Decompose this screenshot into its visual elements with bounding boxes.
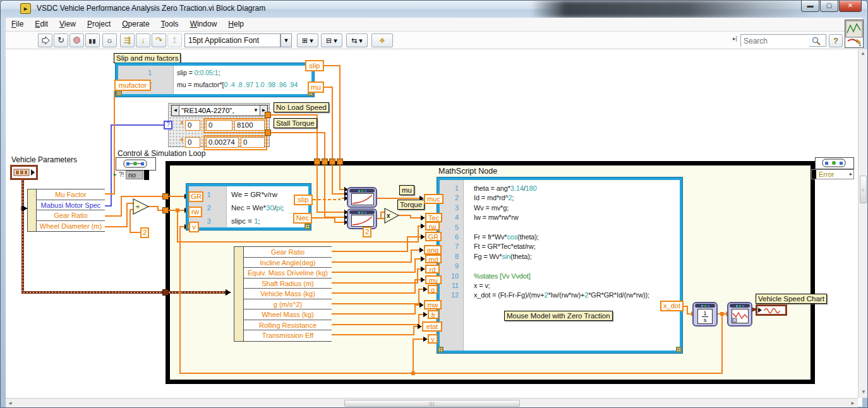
unbundle-field[interactable]: Rolling Resistance: [244, 320, 332, 331]
search-input[interactable]: [741, 35, 809, 47]
ms-input-mw[interactable]: mw: [424, 300, 442, 309]
scroll-left-arrow[interactable]: ◄: [8, 400, 13, 406]
no-load-speed-value-2[interactable]: 8100: [234, 120, 265, 131]
unbundle-field[interactable]: Shaft Radius (m): [244, 279, 332, 289]
ms-output-xdot[interactable]: x_dot: [660, 301, 684, 311]
tunnel-stall-torque[interactable]: [322, 159, 328, 165]
vehicle-parameters-label[interactable]: Vehicle Parameters: [11, 155, 77, 164]
tunnel-mu[interactable]: [329, 159, 335, 165]
slip-mu-label[interactable]: Slip and mu factors: [114, 53, 181, 63]
menu-tools[interactable]: Tools: [155, 18, 184, 32]
mathscript-node[interactable]: theta = ang*3.14/180Id = md*rd^2;Wv = mv…: [437, 177, 682, 353]
menu-edit[interactable]: Edit: [29, 18, 54, 32]
unbundle-field[interactable]: Equiv. Mass Driveline (kg): [244, 268, 332, 279]
unbundle-field[interactable]: Transmission Eff: [244, 330, 332, 341]
tunnel-vehicle-parameters[interactable]: [162, 289, 169, 296]
array-index-2[interactable]: 0: [185, 137, 200, 148]
no-load-speed-value-1[interactable]: 0: [206, 120, 232, 131]
vertical-scroll-thumb[interactable]: ≡: [860, 176, 867, 203]
ms-input-ang[interactable]: ang: [424, 245, 442, 255]
ring-dropdown-arrow[interactable]: ▼: [253, 105, 260, 116]
torque-lookup-node[interactable]: [347, 208, 377, 229]
clean-up-diagram-button[interactable]: ❖: [371, 33, 393, 47]
tunnel-rw[interactable]: [162, 207, 169, 213]
horizontal-scroll-thumb[interactable]: |||: [344, 400, 520, 407]
mu-free-label[interactable]: mu: [399, 185, 414, 195]
ms-input-rd[interactable]: rd: [425, 265, 440, 273]
torque-free-label[interactable]: Torque: [397, 200, 425, 210]
unbundle-field[interactable]: Gear Ratio: [37, 210, 105, 221]
slip-output-label[interactable]: slip: [305, 60, 324, 71]
abort-button[interactable]: [69, 33, 84, 47]
divide-constant-2[interactable]: 2: [140, 227, 149, 238]
tunnel-no-load-speed[interactable]: [314, 159, 320, 165]
ring-value[interactable]: "RE140A-2270", Default: [179, 105, 253, 116]
font-selector-arrow[interactable]: ▼: [280, 33, 292, 47]
align-objects-button[interactable]: ⊞ ▾: [297, 33, 318, 47]
ms-input-g[interactable]: g: [428, 285, 438, 294]
loop-title[interactable]: Control & Simulation Loop: [118, 149, 205, 158]
vertical-scrollbar[interactable]: ▲ ≡ ▼: [858, 49, 867, 398]
formula-input-v[interactable]: v: [189, 222, 199, 232]
scroll-up-arrow[interactable]: ▲: [859, 51, 867, 56]
search-expand-handle[interactable]: ▸|: [733, 35, 737, 42]
resize-objects-button[interactable]: ⇆ ▾: [346, 33, 368, 47]
formula-output-nec[interactable]: Nec: [293, 213, 312, 224]
ms-input-v[interactable]: v: [428, 334, 438, 344]
unbundle-field[interactable]: Vehicle Mass (kg): [244, 289, 332, 299]
integrator-node[interactable]: 1 s: [692, 302, 718, 327]
unbundle-field[interactable]: g (m/s^2): [244, 299, 332, 310]
scroll-right-arrow[interactable]: ►: [850, 400, 855, 406]
unbundle-field[interactable]: Incline Angle(deg): [244, 258, 332, 268]
stall-torque-value-2[interactable]: 0: [241, 137, 265, 148]
pause-button[interactable]: ▮▮: [85, 33, 100, 47]
slip-mu-code[interactable]: slip = 0:0.05:1;mu = mufactor*[0 .4 .8 .…: [177, 67, 311, 91]
close-button[interactable]: ✕: [839, 1, 862, 12]
step-out-button[interactable]: ↥: [167, 33, 182, 47]
mathscript-title[interactable]: MathScript Node: [438, 167, 497, 176]
array-index-spinner[interactable]: ▲▼: [180, 137, 184, 142]
loop-input-node-icon[interactable]: [116, 157, 156, 171]
formula-script-node[interactable]: We = GR*v/rwNec = We*30/pi;slipc = 1;: [186, 184, 311, 230]
mathscript-code[interactable]: theta = ang*3.14/180Id = md*rd^2;Wv = mv…: [474, 184, 680, 301]
divide-node[interactable]: ÷: [133, 198, 150, 215]
ms-input-gr[interactable]: GR: [425, 232, 442, 241]
highlight-execution-button[interactable]: ☼: [102, 33, 117, 47]
ms-input-tec[interactable]: Tec: [425, 213, 442, 222]
menu-project[interactable]: Project: [81, 18, 116, 32]
stall-torque-label[interactable]: Stall Torque: [274, 118, 317, 128]
stall-torque-value-1[interactable]: 0.00274: [206, 137, 239, 148]
unbundle-field[interactable]: Wheel Diameter (m): [37, 221, 105, 232]
multiply-node[interactable]: x: [384, 208, 401, 224]
loop-input-node[interactable]: ▸ ?! no: [114, 171, 162, 180]
tunnel-slip[interactable]: [337, 159, 343, 165]
horizontal-scrollbar[interactable]: ◄ ||| ►: [6, 398, 858, 407]
menu-help[interactable]: Help: [222, 18, 250, 32]
menu-view[interactable]: View: [54, 18, 81, 32]
step-over-button[interactable]: ↷: [152, 33, 166, 47]
mouse-model-label[interactable]: Mouse Model with Zero Traction: [504, 311, 613, 321]
array-index-1[interactable]: 0: [185, 120, 200, 131]
no-load-speed-label[interactable]: No Load Speed: [274, 102, 329, 112]
unbundle-field[interactable]: Gear Ratio: [244, 247, 332, 258]
step-into-button[interactable]: ↓: [136, 33, 150, 47]
minimize-button[interactable]: ▬: [801, 1, 819, 12]
menu-file[interactable]: File: [6, 18, 29, 32]
ms-input-etat[interactable]: etat: [422, 321, 442, 332]
mu-output-label[interactable]: mu: [308, 81, 324, 93]
ring-left-arrow[interactable]: ◄: [172, 105, 179, 116]
sim-chart-node[interactable]: [727, 302, 752, 327]
vehicle-speed-chart-label[interactable]: Vehicle Speed Chart: [756, 294, 827, 304]
unbundle-field[interactable]: Mabusi Motor Spec: [37, 200, 105, 211]
tunnel-gear-ratio[interactable]: [162, 193, 169, 200]
retain-wire-values-button[interactable]: ⇶: [120, 33, 135, 47]
unbundle-field[interactable]: Wheel Mass (kg): [244, 309, 332, 320]
run-continuous-button[interactable]: ↻: [54, 33, 68, 47]
formula-output-slip[interactable]: slip: [294, 195, 313, 205]
vehicle-parameters-terminal[interactable]: [10, 165, 38, 180]
ms-input-mv[interactable]: mv: [425, 275, 442, 284]
loop-stop-input[interactable]: no: [126, 171, 143, 179]
cluster-help-chip[interactable]: ?: [164, 121, 172, 129]
unbundle-vehicle-parameters[interactable]: Mu FactorMabusi Motor SpecGear RatioWhee…: [27, 189, 105, 232]
formula-input-rw[interactable]: rw: [188, 207, 202, 217]
